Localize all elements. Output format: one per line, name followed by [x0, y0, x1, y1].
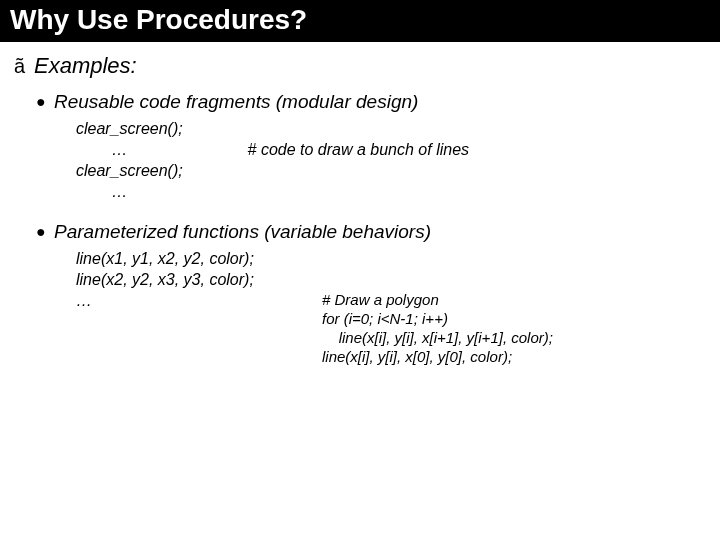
code-line: …	[0, 139, 128, 160]
slide-body: ã Examples: ● Reusable code fragments (m…	[0, 42, 720, 366]
code-line: line(x1, y1, x2, y2, color);	[0, 248, 720, 269]
code-line: clear_screen();	[0, 160, 720, 181]
slide-title: Why Use Procedures?	[0, 0, 720, 42]
bullet-icon: ã	[14, 52, 34, 80]
code-line: line(x2, y2, x3, y3, color);	[0, 269, 720, 290]
code-line-with-comment: … # code to draw a bunch of lines	[0, 139, 720, 160]
code-block-line: # Draw a polygon	[322, 290, 720, 309]
code-line: clear_screen();	[0, 118, 720, 139]
code-line: …	[0, 181, 720, 202]
bullet-examples: ã Examples:	[0, 52, 720, 80]
disc-icon: ●	[36, 220, 54, 244]
parameterized-heading: Parameterized functions (variable behavi…	[54, 220, 431, 244]
code-line: …	[0, 290, 92, 311]
bullet-parameterized: ● Parameterized functions (variable beha…	[0, 220, 720, 244]
code-block-line: line(x[i], y[i], x[0], y[0], color);	[322, 347, 720, 366]
examples-label: Examples:	[34, 52, 137, 80]
bullet-reusable: ● Reusable code fragments (modular desig…	[0, 90, 720, 114]
reusable-heading: Reusable code fragments (modular design)	[54, 90, 418, 114]
code-block-line: for (i=0; i<N-1; i++)	[322, 309, 720, 328]
code-block-line: line(x[i], y[i], x[i+1], y[i+1], color);	[322, 328, 720, 347]
disc-icon: ●	[36, 90, 54, 114]
code-comment: # code to draw a bunch of lines	[128, 139, 469, 160]
